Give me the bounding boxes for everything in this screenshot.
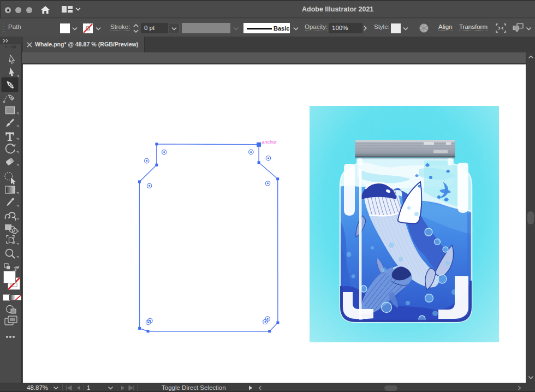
svg-text:anchor: anchor: [262, 139, 277, 145]
